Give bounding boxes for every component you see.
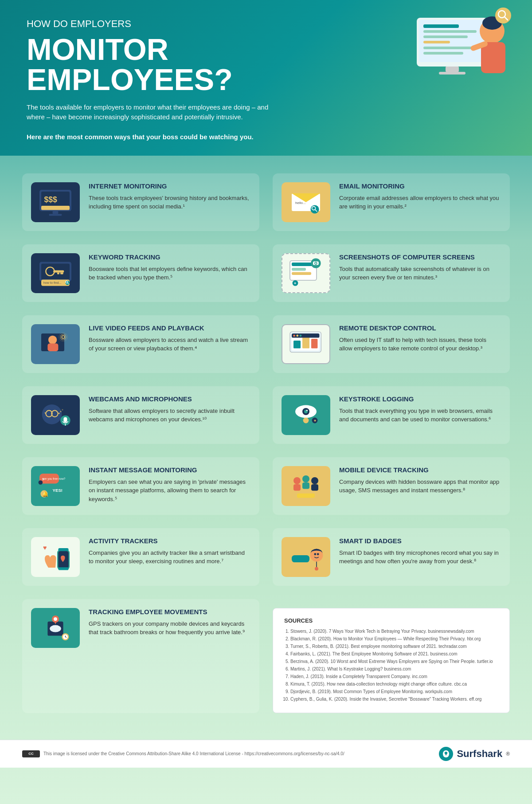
webcams-microphones-title: WEBCAMS AND MICROPHONES <box>89 395 250 403</box>
internet-monitoring-title: INTERNET MONITORING <box>89 182 250 190</box>
header-desc-bold: Here are the most common ways that your … <box>27 133 254 141</box>
source-item-6: Martins, J. (2021). What Is Keystrake Lo… <box>290 666 498 672</box>
keystroke-icon-svg: ★ <box>288 400 324 431</box>
svg-rect-105 <box>58 567 68 570</box>
source-item-5: Berzinva, A. (2020). 10 Worst and Most E… <box>290 659 498 665</box>
webcams-microphones-desc: Software that allows employers to secret… <box>89 407 250 424</box>
svg-rect-104 <box>58 548 68 551</box>
tracking-movements-icon <box>31 608 80 648</box>
svg-point-75 <box>58 412 59 414</box>
instant-message-icon: S are you free now? YES! 🔔 <box>31 466 80 506</box>
svg-rect-54 <box>47 343 58 351</box>
keystroke-logging-text: KEYSTROKE LOGGING Tools that track every… <box>339 395 501 424</box>
svg-text:hello...: hello... <box>295 201 306 205</box>
instant-message-text: INSTANT MESSAGE MONITORING Employers can… <box>89 466 250 504</box>
svg-rect-63 <box>292 333 319 338</box>
remote-desktop-title: REMOTE DESKTOP CONTROL <box>339 324 501 332</box>
email-monitoring-text: EMAIL MONITORING Corporate email address… <box>339 182 501 211</box>
activity-trackers-icon: ♥ <box>31 537 80 577</box>
source-item-1: Stowers, J. (2020). 7 Ways Your Work Tec… <box>290 628 498 635</box>
svg-rect-107 <box>290 545 309 553</box>
activity-trackers-svg: ♥ <box>38 541 73 573</box>
svg-point-14 <box>495 8 511 24</box>
webcam-icon-svg <box>38 400 73 431</box>
svg-point-111 <box>317 553 319 555</box>
remote-desktop-text: REMOTE DESKTOP CONTROL Often used by IT … <box>339 324 501 353</box>
smart-id-svg <box>288 541 324 573</box>
live-video-text: LIVE VIDEO FEEDS AND PLAYBACK Bossware a… <box>89 324 250 353</box>
svg-rect-44 <box>292 272 311 275</box>
svg-point-53 <box>48 335 57 344</box>
header-illustration <box>390 4 514 93</box>
svg-text:are you free now?: are you free now? <box>43 477 66 480</box>
sources-title: SOURCES <box>284 617 498 624</box>
instant-message-desc: Employers can see what you are saying in… <box>89 478 250 504</box>
surfshark-svg-icon <box>442 749 450 758</box>
svg-rect-5 <box>423 41 450 43</box>
smart-id-icon <box>282 537 330 577</box>
source-item-4: Fairbanks, L. (2021). The Best Employee … <box>290 651 498 657</box>
bottom-row: TRACKING EMPLOYEE MOVEMENTS GPS trackers… <box>22 599 510 713</box>
svg-point-48 <box>315 263 317 264</box>
svg-rect-4 <box>423 35 468 38</box>
email-monitoring-icon: hello... <box>282 182 330 222</box>
screenshots-title: SCREENSHOTS OF COMPUTER SCREENS <box>339 253 501 261</box>
svg-point-83 <box>303 417 309 423</box>
svg-point-113 <box>315 567 318 570</box>
mobile-device-text: MOBILE DEVICE TRACKING Company devices w… <box>339 466 501 495</box>
sources-list: Stowers, J. (2020). 7 Ways Your Work Tec… <box>284 628 498 702</box>
instant-message-svg: S are you free now? YES! 🔔 <box>38 471 73 502</box>
activity-trackers-text: ACTIVITY TRACKERS Companies give you an … <box>89 537 250 566</box>
header-subtitle: HOW DO EMPLOYERS <box>27 18 293 31</box>
svg-point-119 <box>54 617 57 621</box>
tracking-movements-title: TRACKING EMPLOYEE MOVEMENTS <box>89 608 250 616</box>
keystroke-logging-desc: Tools that track everything you type in … <box>339 407 501 424</box>
live-video-item: LIVE VIDEO FEEDS AND PLAYBACK Bossware a… <box>22 315 259 373</box>
smart-id-item: SMART ID BADGES Smart ID badges with tin… <box>273 528 510 586</box>
main-content: $$$ INTERNET MONITORING These tools trac… <box>0 156 532 731</box>
svg-rect-43 <box>292 268 306 271</box>
surfshark-logo: Surfshark ® <box>439 747 510 761</box>
svg-text:♥: ♥ <box>43 544 47 551</box>
internet-monitoring-text: INTERNET MONITORING These tools track em… <box>89 182 250 211</box>
header-title: MONITOR EMPLOYEES? <box>27 34 293 94</box>
svg-rect-35 <box>57 272 59 274</box>
svg-rect-99 <box>311 484 318 490</box>
svg-text:YES!: YES! <box>53 487 63 492</box>
keystroke-logging-title: KEYSTROKE LOGGING <box>339 395 501 403</box>
svg-rect-33 <box>53 270 64 272</box>
svg-rect-73 <box>63 417 67 422</box>
svg-rect-3 <box>423 30 477 33</box>
header-desc-normal: The tools available for employers to mon… <box>27 103 268 121</box>
surfshark-brand-name: Surfshark <box>457 748 502 760</box>
source-item-9: Djordjevic, B. (2019). Most Common Types… <box>290 689 498 695</box>
internet-icon-svg: $$$ <box>38 187 73 218</box>
smart-id-desc: Smart ID badges with tiny microphones re… <box>339 549 501 566</box>
tracking-movements-desc: GPS trackers on your company mobile devi… <box>89 620 250 637</box>
svg-point-98 <box>311 477 318 484</box>
email-monitoring-title: EMAIL MONITORING <box>339 182 501 190</box>
items-grid: $$$ INTERNET MONITORING These tools trac… <box>22 173 510 586</box>
mobile-device-desc: Company devices with hidden bossware app… <box>339 478 501 495</box>
keyword-tracking-item: how to find... KEYWORD TRACKING Boosware… <box>22 244 259 302</box>
live-video-title: LIVE VIDEO FEEDS AND PLAYBACK <box>89 324 250 332</box>
keyword-icon-svg: how to find... <box>38 258 73 289</box>
source-item-3: Turner, S., Roberts, B. (2021). Best emp… <box>290 643 498 650</box>
source-item-8: Kimura, T. (2015). How new data-collecti… <box>290 681 498 687</box>
header-description: The tools available for employers to mon… <box>27 102 275 142</box>
internet-monitoring-item: $$$ INTERNET MONITORING These tools trac… <box>22 173 259 231</box>
screenshots-text: SCREENSHOTS OF COMPUTER SCREENS Tools th… <box>339 253 501 282</box>
svg-rect-62 <box>311 339 317 349</box>
keyword-tracking-desc: Boosware tools that let employers define… <box>89 265 250 282</box>
creative-commons-icon: CC <box>22 750 40 757</box>
svg-rect-61 <box>302 337 309 349</box>
page-header: HOW DO EMPLOYERS MONITOR EMPLOYEES? The … <box>0 0 532 156</box>
svg-rect-2 <box>423 24 459 28</box>
mobile-device-svg <box>288 471 324 502</box>
surfshark-registered: ® <box>506 751 510 757</box>
svg-point-77 <box>62 409 63 410</box>
svg-point-76 <box>60 411 61 412</box>
svg-text:★: ★ <box>313 419 317 423</box>
source-item-7: Haden, J. (2013). Inside a Completely Tr… <box>290 674 498 680</box>
tracking-movements-text: TRACKING EMPLOYEE MOVEMENTS GPS trackers… <box>89 608 250 637</box>
